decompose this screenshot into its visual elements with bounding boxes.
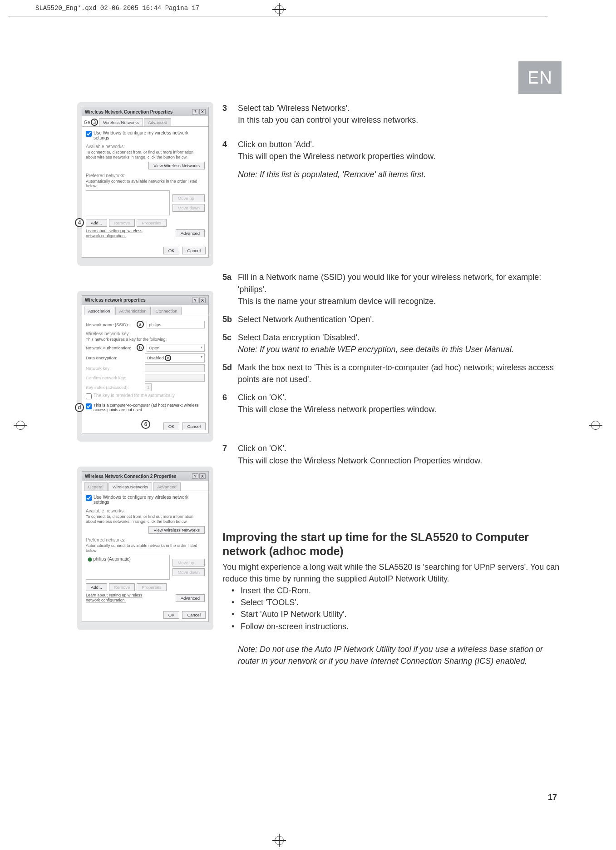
netkey-label: Network key: — [86, 366, 136, 371]
step-5a-num: 5a — [222, 271, 234, 307]
available-networks-label-3: Available networks: — [86, 508, 205, 513]
print-header: SLA5520_Eng*.qxd 02-06-2005 16:44 Pagina… — [35, 5, 199, 12]
step-5b-line1: Select Network Authentication 'Open'. — [238, 313, 562, 325]
bullet-1: Insert the CD-Rom. — [241, 585, 311, 596]
marker-c: c — [165, 355, 171, 361]
index-input: 1 — [145, 383, 152, 391]
help-icon: ? — [192, 109, 198, 114]
window-title: Wireless Network Connection Properties — [85, 109, 172, 114]
preferred-networks-label-3: Preferred networks: — [86, 537, 205, 542]
remove-button: Remove — [109, 219, 135, 227]
use-windows-label-3: Use Windows to configure my wireless net… — [94, 495, 205, 505]
enc-select: Disabledc ▾ — [145, 353, 205, 363]
preferred-hint: Automatically connect to available netwo… — [86, 179, 205, 189]
improving-paragraph: You might experience a long wait while t… — [222, 561, 562, 585]
help-icon: ? — [192, 298, 198, 303]
step-3-num: 3 — [222, 102, 234, 126]
available-hint-3: To connect to, disconnect from, or find … — [86, 514, 205, 524]
language-badge: EN — [518, 61, 562, 94]
improving-heading: Improving the start up time for the SLA5… — [222, 530, 562, 559]
index-label: Key index (advanced): — [86, 385, 136, 390]
marker-a: a — [137, 321, 144, 328]
tab-wireless-networks: Wireless Networks — [99, 118, 143, 126]
cancel-button-3: Cancel — [182, 611, 206, 619]
step-5a-line1: Fill in a Network name (SSID) you would … — [238, 273, 541, 293]
step-7-num: 7 — [222, 442, 234, 466]
step-4-line2: This will open the Wireless network prop… — [238, 152, 435, 161]
step-3-line2: In this tab you can control your wireles… — [238, 115, 418, 124]
ok-button: OK — [163, 247, 180, 254]
view-wireless-button: View Wireless Networks — [148, 162, 205, 169]
step-3-line1: Select tab 'Wireless Networks'. — [238, 104, 350, 113]
bullet-4: Follow on-screen instructions. — [241, 621, 349, 632]
header-rule — [8, 16, 548, 16]
tab-general: General — [84, 482, 108, 491]
crop-mark-right — [589, 418, 602, 432]
list-item-philips: philips (Automatic) — [94, 557, 131, 562]
marker-4: 4 — [75, 218, 84, 227]
step-5c-num: 5c — [222, 332, 234, 355]
remove-button-3: Remove — [109, 583, 135, 591]
page-number: 17 — [548, 793, 557, 802]
close-icon: X — [199, 298, 206, 303]
add-button-3: Add... — [86, 583, 107, 591]
tab-advanced-3: Advanced — [153, 482, 180, 491]
step-5b-num: 5b — [222, 313, 234, 325]
screenshot-connection-properties-2: Wireless Network Connection 2 Properties… — [77, 467, 213, 630]
use-windows-checkbox-3 — [86, 495, 92, 501]
step-5c-note: Note: If you want to enable WEP encrypti… — [238, 345, 514, 354]
step-5c-line1: Select Data encryption 'Disabled'. — [238, 333, 360, 342]
cancel-button-2: Cancel — [182, 423, 206, 430]
close-icon: X — [199, 109, 206, 114]
auth-label: Network Authentication: — [86, 345, 136, 350]
step-4-note: Note: If this list is populated, 'Remove… — [238, 169, 562, 180]
tab-advanced: Advanced — [144, 118, 171, 126]
confirm-label: Confirm network key: — [86, 375, 136, 380]
ok-button-2: OK — [163, 423, 180, 430]
crop-mark-bottom — [272, 834, 286, 847]
use-windows-label: Use Windows to configure my wireless net… — [94, 130, 205, 140]
improving-note: Note: Do not use the Auto IP Network Uti… — [238, 643, 562, 667]
step-5d-num: 5d — [222, 362, 234, 385]
add-button: Add... — [86, 219, 107, 227]
autokey-label: The key is provided for me automatically — [94, 393, 175, 398]
preferred-listbox-3: ⬤ philips (Automatic) — [86, 555, 170, 580]
marker-d: d — [75, 403, 84, 412]
learn-link: Learn about setting up wireless network … — [86, 229, 154, 239]
step-7-line2: This will close the Wireless Network Con… — [238, 456, 482, 465]
use-windows-checkbox — [86, 131, 92, 137]
move-up-button-3: Move up — [172, 559, 205, 567]
window-title-3: Wireless Network Connection 2 Properties — [85, 474, 177, 479]
key-hint: This network requires a key for the foll… — [86, 337, 205, 342]
marker-3: 3 — [91, 119, 98, 126]
preferred-listbox — [86, 190, 170, 215]
netkey-input — [145, 364, 205, 372]
chevron-down-icon: ▾ — [201, 355, 202, 361]
tab-general-prefix: Ge — [84, 120, 90, 125]
available-networks-label: Available networks: — [86, 144, 205, 149]
bullet-2: Select 'TOOLS'. — [241, 596, 299, 608]
advanced-button: Advanced — [176, 229, 205, 237]
chevron-down-icon: ▾ — [201, 345, 202, 350]
view-wireless-button-3: View Wireless Networks — [148, 526, 205, 534]
key-section-label: Wireless network key — [86, 331, 205, 336]
step-6-line1: Click on 'OK'. — [238, 393, 286, 402]
screenshot-network-properties: Wireless network properties ?X Associati… — [77, 291, 213, 442]
confirm-input — [145, 374, 205, 382]
learn-link-3: Learn about setting up wireless network … — [86, 593, 154, 603]
step-4-num: 4 — [222, 139, 234, 162]
window-title-2: Wireless network properties — [85, 298, 146, 303]
tab-association: Association — [84, 307, 114, 315]
auth-select: Open▾ — [147, 344, 205, 352]
tab-connection: Connection — [152, 307, 182, 315]
bullet-3: Start 'Auto IP Network Utility'. — [241, 608, 347, 620]
advanced-button-3: Advanced — [176, 594, 205, 602]
step-6-num: 6 — [222, 392, 234, 415]
step-4-line1: Click on button 'Add'. — [238, 140, 314, 149]
step-6-line2: This will close the Wireless network pro… — [238, 405, 436, 414]
properties-button-3: Properties — [137, 583, 166, 591]
screenshot-connection-properties: Wireless Network Connection Properties ?… — [77, 102, 213, 266]
ok-button-3: OK — [163, 611, 180, 619]
adhoc-label: This is a computer-to-computer (ad hoc) … — [94, 403, 205, 413]
marker-6: 6 — [141, 420, 150, 429]
